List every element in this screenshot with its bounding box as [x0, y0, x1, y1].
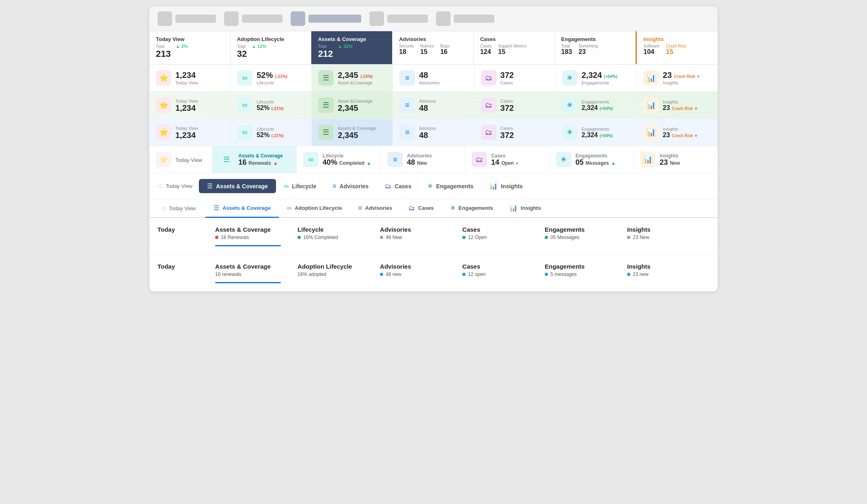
nav-label-4 — [387, 15, 428, 23]
card-lifecycle-2[interactable]: ∞ Lifecycle 52% (-21%) — [231, 92, 312, 118]
nav-label-2 — [242, 15, 283, 23]
dot-renewals-1 — [215, 236, 218, 239]
card-cases-2[interactable]: 🗂 Cases 372 — [474, 92, 556, 118]
tab-nav-lifecycle[interactable]: ∞ Lifecycle — [276, 179, 324, 193]
tab-today-view[interactable]: Today View Total 213 ▲ 2% — [149, 31, 231, 64]
nav-item-2[interactable] — [224, 11, 283, 26]
tab-adoption-lifecycle[interactable]: Adoption Lifecycle Total 32 ▲ 12% — [231, 31, 312, 64]
summary-engagements-2[interactable]: Engagements 5 messages — [545, 263, 627, 277]
insights-special-title: Insights — [660, 153, 680, 159]
summary-assets-1[interactable]: Assets & Coverage 16 Renewals — [215, 226, 298, 246]
tab-nav-insights[interactable]: 📊 Insights — [481, 179, 531, 193]
tab-nav-engagements[interactable]: ✳ Engagements — [419, 179, 481, 193]
assets-icon-2: ☰ — [318, 97, 334, 113]
card-label-lifecycle-3: Lifecycle — [257, 127, 283, 131]
card-lifecycle-1[interactable]: ∞ 52% (-21%) Lifecycle — [231, 65, 312, 91]
card-engagements-1[interactable]: ✳ 2,324 (+54%) Engagements — [556, 65, 637, 91]
tab-underline-advisories[interactable]: ≡ Advisories — [350, 200, 400, 218]
tab-advisories[interactable]: Advisories Security 18 Notices 15 Bugs 1… — [393, 31, 474, 64]
nav-item-3-active[interactable] — [291, 11, 361, 26]
card-label-lifecycle-2: Lifecycle — [257, 99, 283, 104]
summary-assets-title-2: Assets & Coverage — [215, 263, 298, 270]
summary-insights-2[interactable]: Insights 23 new — [627, 263, 710, 277]
card-insights-special[interactable]: 📊 Insights 23 New — [634, 146, 718, 173]
card-advisories-2[interactable]: ≡ Advisory 48 — [393, 92, 474, 118]
summary-advisories-title-1: Advisories — [380, 226, 462, 233]
summary-lifecycle-1[interactable]: Lifecycle 16% Completed — [298, 226, 380, 240]
assets-icon-1: ☰ — [318, 70, 334, 86]
tab-cases-title: Cases — [480, 36, 548, 42]
tab-underline-engagements[interactable]: ✳ Engagements — [442, 199, 501, 218]
card-info-cases-2: Cases 372 — [500, 98, 514, 112]
card-number-cases-2: 372 — [500, 103, 514, 112]
card-lifecycle-3[interactable]: ∞ Lifecycle 52% (-21%) — [231, 119, 312, 146]
tab-underline-insights-icon: 📊 — [509, 204, 518, 212]
card-today-view-2[interactable]: ⭐ Today View 1,234 — [149, 92, 231, 118]
card-assets-1[interactable]: ☰ 2,345 (-13%) Asset &Coverage — [312, 65, 393, 91]
nav-item-1[interactable] — [157, 11, 216, 26]
dot-cases-2 — [462, 273, 466, 276]
summary-insights-title-2: Insights — [627, 263, 710, 270]
tab-underline-lifecycle[interactable]: ∞ Adoption Lifecycle — [279, 200, 350, 218]
summary-advisories-1[interactable]: Advisories 48 New — [380, 226, 462, 240]
card-label-today-1: Today View — [175, 80, 198, 85]
tab-nav-cases[interactable]: 🗂 Cases — [377, 179, 419, 193]
card-cases-3[interactable]: 🗂 Cases 372 — [474, 119, 556, 146]
card-today-view-1[interactable]: ⭐ 1,234 Today View — [149, 65, 231, 91]
summary-engagements-1[interactable]: Engagements 05 Messages — [545, 226, 627, 240]
card-info-lifecycle-3: Lifecycle 52% (-21%) — [257, 126, 283, 139]
tab-nav-assets[interactable]: ☰ Assets & Coverage — [199, 179, 276, 193]
tab-insights[interactable]: Insights Software 104 Crash Risk 15 — [636, 31, 718, 64]
card-today-special[interactable]: ⭐ Today View — [149, 146, 212, 173]
tab-nav-advisories[interactable]: ≡ Advisories — [324, 179, 377, 193]
card-assets-3[interactable]: ☰ Assets & Coverage 2,345 — [312, 119, 393, 146]
card-insights-3[interactable]: 📊 Insights 23 Crash Risk ▾ — [637, 119, 718, 146]
nav-icon-3 — [291, 11, 305, 26]
summary-cases-2[interactable]: Cases 12 open — [462, 263, 545, 277]
tab-assets-coverage[interactable]: Assets & Coverage Total 212 ▲ 32% — [311, 31, 393, 64]
tab-assets-badge: ▲ 32% — [338, 44, 352, 49]
card-advisories-1[interactable]: ≡ 48 Advisories — [393, 65, 474, 91]
card-advisories-3[interactable]: ≡ Advisory 48 — [393, 119, 474, 146]
tab-underline-insights[interactable]: 📊 Insights — [501, 199, 549, 218]
card-lifecycle-special[interactable]: ∞ Lifecycle 40% Completed ▲ — [297, 146, 381, 173]
card-number-engagements-3: 2,324 (+54%) — [582, 131, 613, 139]
card-engagements-2[interactable]: ✳ Engagements 2,324 (+54%) — [556, 92, 637, 118]
eng-badge-1: (+54%) — [604, 74, 617, 79]
summary-today-title-1: Today — [157, 226, 215, 233]
tab-adv-val2: 15 — [420, 48, 434, 56]
card-row-1: ⭐ 1,234 Today View ∞ 52% (-21%) Lifecycl… — [149, 65, 718, 92]
tab-lifecycle-value: 32 — [237, 49, 247, 59]
tab-engagements[interactable]: Engagements Total 183 Something 23 — [555, 31, 636, 64]
tab-underline-cases[interactable]: 🗂 Cases — [400, 200, 442, 218]
card-assets-2[interactable]: ☰ Asset &Coverage 2,345 — [312, 92, 393, 118]
card-today-view-3[interactable]: ⭐ Today View 1,234 — [149, 119, 231, 146]
tab-adv-val3: 16 — [440, 48, 450, 56]
card-info-advisories-special: Advisories 48 New — [407, 152, 431, 167]
tab-nav-row: ☆ Today View ☰ Assets & Coverage ∞ Lifec… — [149, 173, 718, 199]
card-cases-1[interactable]: 🗂 372 Cases — [474, 65, 556, 91]
lifecycle-special-value: 40% Completed ▲ — [323, 159, 371, 167]
summary-lifecycle-2[interactable]: Adoption Lifecycle 16% adopted — [298, 263, 380, 277]
card-assets-special[interactable]: ☰ Assets & Coverage 16 Renewals ▲ — [212, 146, 297, 173]
card-cases-special[interactable]: 🗂 Cases 14 Open ▾ — [465, 146, 550, 173]
card-insights-1[interactable]: 📊 23 Crash Risk ▾ Insights — [637, 65, 718, 91]
card-advisories-special[interactable]: ≡ Advisories 48 New — [381, 146, 465, 173]
star-icon-special: ⭐ — [156, 152, 171, 167]
card-engagements-special[interactable]: ✳ Engagements 05 Messages ▲ — [550, 146, 634, 173]
card-engagements-3[interactable]: ✳ Engagements 2,324 (+54%) — [556, 119, 637, 146]
summary-assets-2[interactable]: Assets & Coverage 16 renewals — [215, 263, 298, 283]
tab-underline-assets[interactable]: ☰ Assets & Coverage — [205, 199, 279, 218]
card-number-engagements-1: 2,324 (+54%) — [582, 71, 617, 80]
summary-today-2: Today — [157, 263, 215, 270]
summary-advisories-2[interactable]: Advisories 48 new — [380, 263, 462, 277]
summary-insights-1[interactable]: Insights 23 New — [627, 226, 710, 240]
summary-advisories-sub-2: 48 new — [380, 271, 462, 277]
nav-item-4[interactable] — [369, 11, 428, 26]
nav-item-5[interactable] — [436, 11, 494, 26]
card-number-advisories-3: 48 — [419, 131, 436, 140]
card-number-advisories-1: 48 — [419, 71, 440, 80]
tab-cases[interactable]: Cases Cases 124 Support Metrics 15 — [474, 31, 555, 64]
summary-cases-1[interactable]: Cases 12 Open — [462, 226, 545, 240]
card-insights-2[interactable]: 📊 Insights 23 Crash Risk ▾ — [637, 92, 718, 118]
